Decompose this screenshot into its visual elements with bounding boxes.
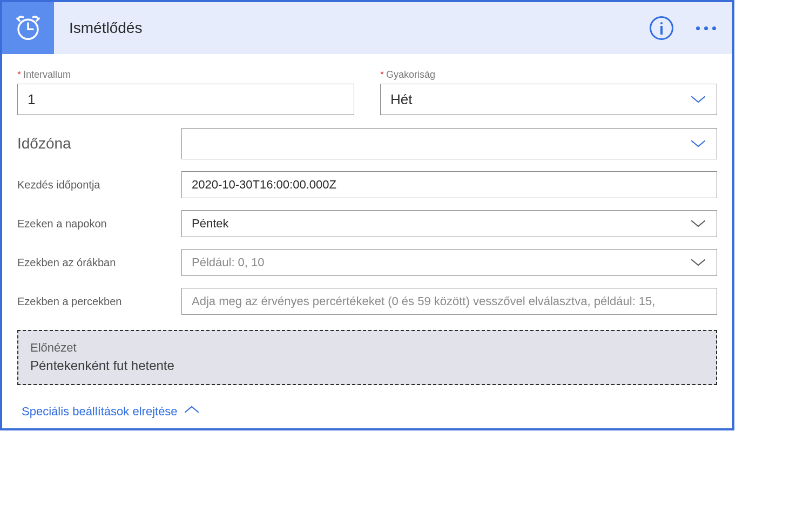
- interval-label-wrap: * Intervallum: [17, 69, 354, 80]
- card-title: Ismétlődés: [69, 19, 142, 37]
- hours-select[interactable]: Például: 0, 10: [181, 249, 717, 276]
- days-label: Ezeken a napokon: [17, 218, 171, 230]
- frequency-value: Hét: [390, 91, 690, 108]
- start-time-label: Kezdés időpontja: [17, 179, 171, 191]
- timezone-label: Időzóna: [17, 135, 171, 152]
- more-icon[interactable]: [691, 21, 721, 36]
- preview-title: Előnézet: [30, 341, 704, 355]
- info-icon[interactable]: [650, 16, 673, 40]
- required-asterisk: *: [17, 69, 21, 80]
- chevron-up-icon: [183, 405, 200, 419]
- minutes-label: Ezekben a percekben: [17, 295, 171, 308]
- interval-input[interactable]: [17, 84, 354, 115]
- clock-icon: [14, 14, 43, 43]
- hours-placeholder: Például: 0, 10: [192, 255, 690, 270]
- start-time-input[interactable]: [181, 171, 717, 198]
- frequency-field: * Gyakoriság Hét: [380, 69, 717, 115]
- days-value: Péntek: [192, 217, 690, 231]
- timezone-select[interactable]: [181, 128, 717, 159]
- recurrence-icon-tile: [2, 2, 54, 54]
- minutes-row: Ezekben a percekben: [17, 288, 717, 315]
- chevron-down-icon: [690, 216, 707, 232]
- minutes-input[interactable]: [181, 288, 717, 315]
- frequency-label-wrap: * Gyakoriság: [380, 69, 717, 80]
- preview-text: Péntekenként fut hetente: [30, 358, 704, 373]
- days-row: Ezeken a napokon Péntek: [17, 210, 717, 237]
- start-time-row: Kezdés időpontja: [17, 171, 717, 198]
- chevron-down-icon: [690, 136, 707, 152]
- top-row: * Intervallum * Gyakoriság Hét: [17, 69, 717, 115]
- chevron-down-icon: [690, 254, 707, 271]
- hide-advanced-toggle[interactable]: Speciális beállítások elrejtése: [22, 405, 200, 419]
- frequency-label: Gyakoriság: [386, 69, 435, 80]
- chevron-down-icon: [690, 91, 707, 108]
- recurrence-card: Ismétlődés * Intervallum: [0, 0, 734, 430]
- days-select[interactable]: Péntek: [181, 210, 717, 237]
- preview-box: Előnézet Péntekenként fut hetente: [17, 330, 717, 385]
- interval-label: Intervallum: [23, 69, 71, 80]
- frequency-select[interactable]: Hét: [380, 84, 717, 115]
- required-asterisk: *: [380, 69, 384, 80]
- timezone-row: Időzóna: [17, 128, 717, 159]
- card-header: Ismétlődés: [2, 2, 732, 54]
- toggle-label: Speciális beállítások elrejtése: [22, 405, 178, 419]
- hours-label: Ezekben az órákban: [17, 257, 171, 269]
- card-body: * Intervallum * Gyakoriság Hét Id: [2, 54, 732, 428]
- interval-field: * Intervallum: [17, 69, 354, 115]
- header-actions: [650, 16, 721, 40]
- hours-row: Ezekben az órákban Például: 0, 10: [17, 249, 717, 276]
